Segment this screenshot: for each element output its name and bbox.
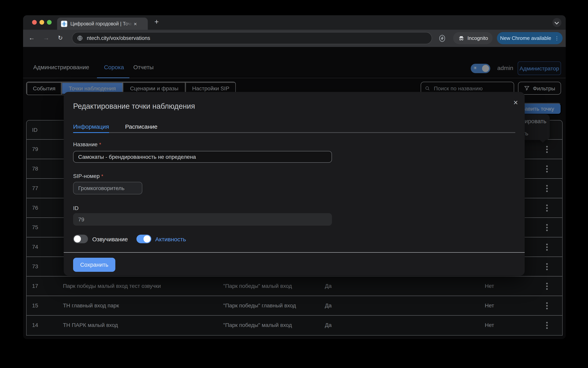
forward-button[interactable]: → xyxy=(43,34,49,42)
url-text: ntech.city/vox/observations xyxy=(87,35,150,41)
tab-title: Цифровой городовой | Точк xyxy=(70,21,132,26)
name-field-label: Название* xyxy=(73,141,101,147)
save-button[interactable]: Сохранить xyxy=(73,258,115,272)
screen: Цифровой городовой | Точк × + ← → ↻ ntec… xyxy=(0,0,588,368)
browser-menu-icon[interactable]: ⋮ xyxy=(554,35,560,41)
reload-button[interactable]: ↻ xyxy=(58,34,63,42)
incognito-icon xyxy=(458,35,465,41)
sounding-toggle-label: Озвучивание xyxy=(92,236,128,242)
toggle-knob xyxy=(74,235,81,242)
back-button[interactable]: ← xyxy=(28,34,35,42)
window-zoom-button[interactable] xyxy=(47,20,52,25)
name-field[interactable] xyxy=(73,151,332,163)
toggle-knob xyxy=(144,235,151,242)
page-content: Администрирование Сорока Отчеты ☀ admin … xyxy=(23,47,566,339)
window-minimize-button[interactable] xyxy=(39,20,44,25)
activity-toggle[interactable] xyxy=(136,235,151,243)
dialog-active-tab-underline xyxy=(73,132,109,133)
chrome-update-label: New Chrome available xyxy=(500,35,551,41)
dialog-title: Редактирование точки наблюдения xyxy=(73,102,195,111)
browser-window: Цифровой городовой | Точк × + ← → ↻ ntec… xyxy=(23,15,566,339)
id-field-label: ID xyxy=(73,205,79,211)
browser-tab[interactable]: Цифровой городовой | Точк × xyxy=(57,18,148,30)
dialog-footer-divider xyxy=(64,252,525,253)
tab-close-icon[interactable]: × xyxy=(134,21,137,26)
dialog-close-icon[interactable]: × xyxy=(511,97,521,108)
tab-search-button[interactable] xyxy=(552,18,561,27)
new-tab-button[interactable]: + xyxy=(154,18,159,26)
activity-toggle-label: Активность xyxy=(155,236,186,242)
site-favicon-icon xyxy=(61,20,67,27)
dialog-tab-schedule[interactable]: Расписание xyxy=(125,123,157,130)
dialog-tabs-underline xyxy=(73,132,515,133)
chrome-update-button[interactable]: New Chrome available ⋮ xyxy=(497,32,563,44)
dialog-tab-information[interactable]: Информация xyxy=(73,123,109,130)
address-bar[interactable]: ntech.city/vox/observations xyxy=(72,32,432,44)
incognito-label: Incognito xyxy=(467,35,488,41)
required-asterisk: * xyxy=(101,173,103,179)
globe-icon xyxy=(77,35,83,41)
edit-observation-point-dialog: × Редактирование точки наблюдения Информ… xyxy=(64,92,525,276)
chevron-down-icon xyxy=(555,20,559,25)
window-close-button[interactable] xyxy=(32,20,37,25)
incognito-badge: Incognito xyxy=(453,32,493,44)
sip-number-field[interactable] xyxy=(73,182,142,194)
id-field xyxy=(73,213,332,226)
browser-toolbar: ← → ↻ ntech.city/vox/observations xyxy=(23,30,566,47)
browser-tabstrip: Цифровой городовой | Точк × + xyxy=(23,15,566,30)
sip-field-label: SIP-номер* xyxy=(73,173,103,179)
required-asterisk: * xyxy=(99,142,101,147)
performance-icon[interactable] xyxy=(438,34,446,43)
sounding-toggle[interactable] xyxy=(73,235,88,243)
